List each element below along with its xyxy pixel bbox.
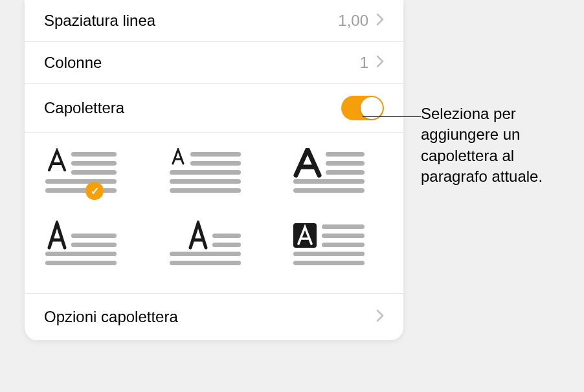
svg-rect-17 [45, 252, 117, 256]
svg-rect-0 [71, 152, 117, 157]
columns-right: 1 [360, 54, 384, 72]
dropcap-options-row[interactable]: Opzioni capolettera [25, 294, 403, 340]
chevron-right-icon [376, 12, 384, 30]
svg-rect-8 [170, 179, 241, 184]
checkmark-icon: ✓ [85, 182, 104, 200]
svg-rect-21 [170, 252, 241, 256]
columns-label: Colonne [44, 54, 102, 72]
dropcap-style-5[interactable] [168, 221, 246, 267]
chevron-right-icon [376, 308, 384, 326]
dropcap-style-2[interactable] [168, 148, 246, 195]
line-spacing-value: 1,00 [338, 12, 368, 30]
svg-rect-15 [71, 234, 117, 238]
svg-rect-11 [326, 161, 365, 166]
line-spacing-label: Spaziatura linea [44, 12, 155, 30]
dropcap-row: Capolettera [25, 84, 403, 133]
svg-rect-7 [170, 170, 241, 175]
columns-value: 1 [360, 54, 368, 72]
svg-rect-6 [190, 161, 241, 166]
dropcap-style-1[interactable]: ✓ [44, 148, 122, 195]
svg-rect-22 [170, 261, 241, 265]
svg-rect-3 [45, 179, 117, 184]
svg-rect-5 [190, 152, 241, 157]
svg-rect-13 [293, 179, 365, 184]
svg-rect-4 [45, 188, 117, 193]
svg-rect-14 [293, 188, 365, 193]
line-spacing-row[interactable]: Spaziatura linea 1,00 [25, 0, 403, 42]
dropcap-style-4[interactable] [44, 221, 122, 267]
dropcap-style-grid: ✓ [25, 133, 403, 294]
dropcap-label: Capolettera [44, 99, 124, 117]
svg-rect-1 [71, 161, 117, 166]
line-spacing-right: 1,00 [338, 12, 384, 30]
svg-rect-20 [212, 243, 241, 247]
svg-rect-27 [293, 252, 365, 256]
svg-rect-19 [212, 234, 241, 238]
svg-rect-18 [45, 261, 117, 265]
svg-rect-16 [71, 243, 117, 247]
svg-rect-24 [322, 224, 365, 229]
callout-text: Seleziona per aggiungere un capolettera … [421, 103, 576, 188]
svg-rect-9 [170, 188, 241, 193]
svg-rect-12 [326, 170, 365, 175]
svg-rect-26 [322, 243, 365, 247]
svg-rect-10 [326, 152, 365, 157]
formatting-panel: Spaziatura linea 1,00 Colonne 1 Capolett… [25, 0, 403, 340]
svg-rect-2 [71, 170, 117, 175]
dropcap-options-label: Opzioni capolettera [44, 308, 178, 326]
toggle-knob [361, 97, 383, 119]
dropcap-style-6[interactable] [292, 221, 370, 267]
svg-rect-25 [322, 234, 365, 238]
chevron-right-icon [376, 54, 384, 72]
callout-line [363, 116, 421, 117]
columns-row[interactable]: Colonne 1 [25, 42, 403, 84]
dropcap-style-3[interactable] [292, 148, 370, 195]
svg-rect-28 [293, 261, 365, 265]
